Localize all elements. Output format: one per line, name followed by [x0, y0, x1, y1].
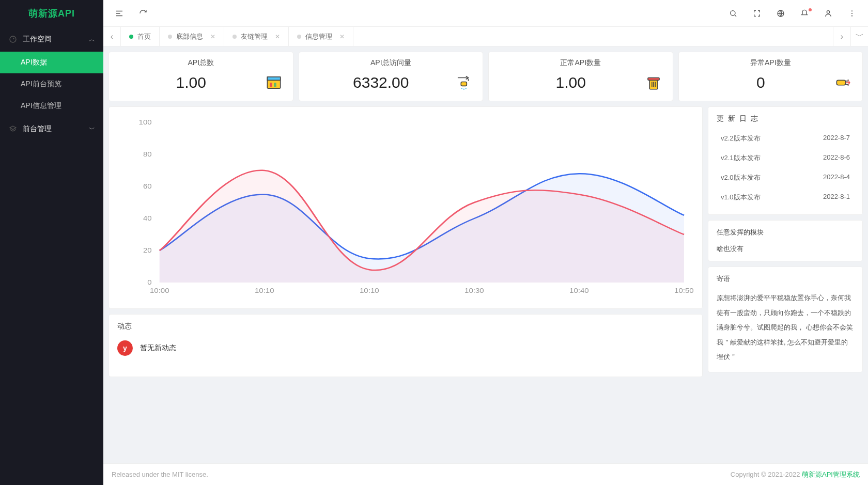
- svg-text:80: 80: [143, 151, 152, 158]
- changelog-row[interactable]: v2.2版本发布2022-8-7: [717, 129, 854, 148]
- tab-label: 信息管理: [305, 32, 332, 41]
- bell-icon[interactable]: [800, 9, 809, 18]
- brand-logo: 萌新源API: [0, 0, 103, 27]
- notification-dot: [809, 8, 812, 11]
- svg-text:10:10: 10:10: [255, 287, 274, 294]
- close-icon[interactable]: ✕: [210, 33, 215, 40]
- tab-label: 首页: [137, 32, 151, 41]
- svg-point-14: [466, 88, 467, 89]
- stat-icon: [644, 73, 663, 92]
- tabs-scroll-right[interactable]: ›: [833, 27, 850, 46]
- sidebar-item-api-data[interactable]: API数据: [0, 52, 103, 73]
- tab-item[interactable]: 信息管理✕: [289, 27, 353, 46]
- svg-point-5: [851, 12, 853, 13]
- stat-title: API总数: [118, 58, 284, 68]
- svg-point-13: [463, 88, 464, 89]
- stat-title: 异常API数量: [688, 58, 854, 68]
- svg-rect-16: [647, 78, 659, 81]
- svg-point-4: [851, 10, 853, 11]
- free-panel-body: 啥也没有: [717, 244, 854, 254]
- svg-text:10:30: 10:30: [464, 287, 484, 294]
- tab-item[interactable]: 首页: [121, 27, 160, 46]
- svg-rect-17: [836, 80, 845, 85]
- activity-empty-text: 暂无新动态: [140, 343, 176, 353]
- changelog-text: v2.2版本发布: [721, 134, 761, 143]
- sidebar-group-label: 工作空间: [23, 35, 52, 44]
- svg-text:40: 40: [143, 215, 152, 222]
- svg-rect-11: [461, 82, 467, 86]
- footer-link[interactable]: 萌新源API管理系统: [802, 471, 860, 478]
- stat-title: API总访问量: [308, 58, 474, 68]
- activity-title: 动态: [117, 322, 694, 331]
- svg-point-6: [851, 15, 853, 16]
- stat-card: 异常API数量0: [678, 52, 863, 101]
- tabs-dropdown[interactable]: ﹀: [850, 27, 868, 46]
- svg-text:100: 100: [139, 119, 152, 126]
- changelog-text: v1.0版本发布: [721, 193, 761, 202]
- changelog-date: 2022-8-4: [823, 173, 850, 182]
- fullscreen-icon[interactable]: [752, 9, 762, 18]
- activity-panel: 动态 y 暂无新动态: [109, 314, 703, 377]
- footer-left: Released under the MIT license.: [112, 471, 208, 478]
- changelog-panel: 更 新 日 志 v2.2版本发布2022-8-7v2.1版本发布2022-8-6…: [708, 106, 863, 215]
- quote-body: 原想将澎湃的爱平平稳稳放置你手心，奈何我徒有一股蛮劲，只顾向你跑去，一个不稳跌的…: [717, 291, 854, 365]
- svg-text:0: 0: [147, 279, 152, 286]
- stat-icon: [833, 73, 853, 92]
- changelog-date: 2022-8-7: [823, 134, 850, 143]
- stat-value: 0: [688, 74, 834, 91]
- svg-rect-9: [270, 83, 272, 87]
- changelog-title: 更 新 日 志: [717, 114, 854, 123]
- activity-item: y 暂无新动态: [117, 340, 694, 356]
- menu-collapse-icon[interactable]: [115, 9, 124, 18]
- changelog-text: v2.1版本发布: [721, 153, 761, 163]
- svg-point-3: [827, 10, 829, 13]
- quote-panel: 寄语 原想将澎湃的爱平平稳稳放置你手心，奈何我徒有一股蛮劲，只顾向你跑去，一个不…: [708, 267, 863, 372]
- stat-icon: [454, 73, 473, 92]
- stat-card: API总数1.00: [109, 52, 293, 101]
- free-panel: 任意发挥的模块 啥也没有: [708, 220, 863, 261]
- sidebar-item-api-manage[interactable]: API信息管理: [0, 95, 103, 117]
- close-icon[interactable]: ✕: [275, 33, 280, 40]
- chevron-down-icon: ﹀: [89, 125, 95, 134]
- svg-point-1: [731, 10, 735, 15]
- sidebar-group-workspace[interactable]: 工作空间 ︿: [0, 27, 103, 52]
- tabs-bar: ‹ 首页底部信息✕友链管理✕信息管理✕ › ﹀: [103, 27, 868, 46]
- search-icon[interactable]: [729, 9, 738, 18]
- sidebar-group-frontend[interactable]: 前台管理 ﹀: [0, 117, 103, 142]
- tabs-scroll-left[interactable]: ‹: [103, 27, 121, 46]
- avatar: y: [117, 340, 133, 356]
- svg-text:60: 60: [143, 183, 152, 190]
- layers-icon: [8, 124, 18, 134]
- more-icon[interactable]: [847, 9, 857, 18]
- tab-label: 底部信息: [176, 32, 203, 41]
- changelog-row[interactable]: v1.0版本发布2022-8-1: [717, 187, 854, 207]
- refresh-icon[interactable]: [138, 9, 148, 18]
- footer: Released under the MIT license. Copyrigh…: [103, 463, 868, 485]
- traffic-chart-panel: 02040608010010:0010:1010:1010:3010:4010:…: [109, 106, 703, 309]
- stat-value: 1.00: [118, 74, 264, 91]
- changelog-date: 2022-8-6: [823, 153, 850, 163]
- changelog-row[interactable]: v2.0版本发布2022-8-4: [717, 168, 854, 187]
- tab-dot: [233, 35, 237, 39]
- stat-title: 正常API数量: [498, 58, 663, 68]
- chevron-up-icon: ︿: [89, 35, 95, 44]
- stat-card: 正常API数量1.00: [488, 52, 673, 101]
- changelog-date: 2022-8-1: [823, 193, 850, 202]
- language-icon[interactable]: [776, 9, 785, 18]
- sidebar-item-api-preview[interactable]: API前台预览: [0, 73, 103, 95]
- close-icon[interactable]: ✕: [339, 33, 345, 40]
- sidebar-menu: 工作空间 ︿ API数据 API前台预览 API信息管理 前台管理 ﹀: [0, 27, 103, 485]
- svg-point-12: [461, 88, 462, 89]
- tab-item[interactable]: 底部信息✕: [160, 27, 224, 46]
- svg-text:10:50: 10:50: [674, 287, 694, 294]
- svg-rect-10: [274, 83, 276, 87]
- footer-right: Copyright © 2021-2022 萌新源API管理系统: [731, 470, 860, 479]
- tab-dot: [297, 35, 301, 39]
- changelog-text: v2.0版本发布: [721, 173, 761, 182]
- tab-dot: [129, 35, 133, 39]
- svg-text:20: 20: [143, 247, 152, 254]
- tab-item[interactable]: 友链管理✕: [224, 27, 289, 46]
- user-icon[interactable]: [824, 9, 833, 18]
- changelog-row[interactable]: v2.1版本发布2022-8-6: [717, 148, 854, 168]
- svg-rect-8: [267, 77, 280, 80]
